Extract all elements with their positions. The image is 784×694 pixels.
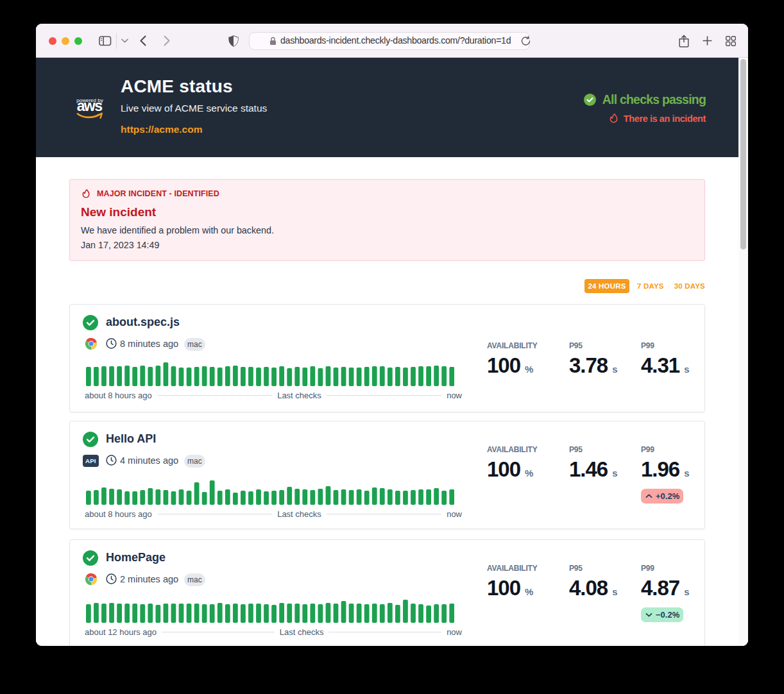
svg-text:aws: aws	[77, 97, 102, 114]
